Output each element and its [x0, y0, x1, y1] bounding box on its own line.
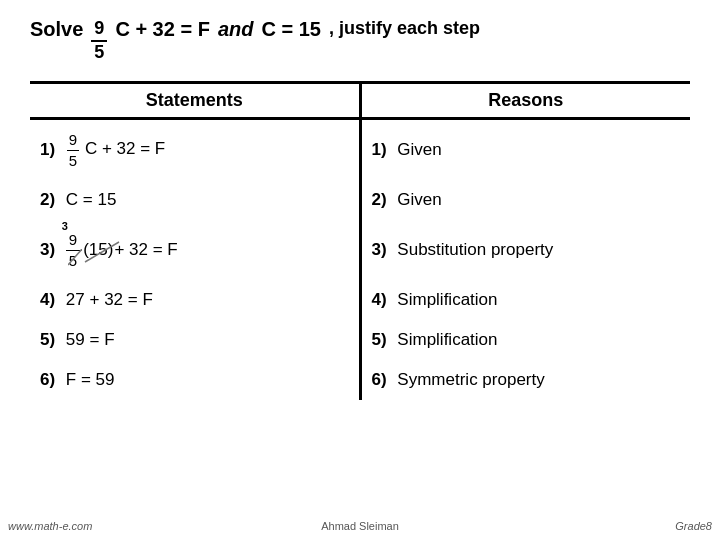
statement-5: 5) 59 = F: [30, 320, 360, 360]
step-num-6: 6): [40, 370, 55, 389]
proof-table: Statements Reasons 1) 9 5 C + 32 = F 1) …: [30, 81, 690, 400]
title-justify-label: , justify each step: [329, 18, 480, 39]
reason-3-text: Substitution property: [397, 240, 553, 259]
reason-5: 5) Simplification: [360, 320, 690, 360]
col2-header: Reasons: [360, 83, 690, 119]
step-num-1: 1): [40, 140, 55, 159]
reason-2: 2) Given: [360, 180, 690, 220]
table-row: 5) 59 = F 5) Simplification: [30, 320, 690, 360]
statement-3: 3) 3 9 5: [30, 220, 360, 280]
step3-expr: 3 9 5: [66, 230, 178, 270]
step-num-3: 3): [40, 240, 55, 259]
reason-num-4: 4): [372, 290, 387, 309]
statement-1-rest: C + 32 = F: [85, 140, 165, 159]
reason-4-text: Simplification: [397, 290, 497, 309]
statement-4: 4) 27 + 32 = F: [30, 280, 360, 320]
title-equation: C + 32 = F: [115, 18, 210, 41]
statement-1: 1) 9 5 C + 32 = F: [30, 119, 360, 181]
title-fraction-den: 5: [91, 42, 107, 64]
statement-4-text: 27 + 32 = F: [66, 290, 153, 309]
watermark-center: Ahmad Sleiman: [321, 520, 399, 532]
statement-2-text: C = 15: [66, 190, 117, 209]
table-row: 1) 9 5 C + 32 = F 1) Given: [30, 119, 690, 181]
statement-6: 6) F = 59: [30, 360, 360, 400]
statement-5-text: 59 = F: [66, 330, 115, 349]
title-c-value: C = 15: [261, 18, 320, 41]
table-row: 2) C = 15 2) Given: [30, 180, 690, 220]
main-container: Solve 9 5 C + 32 = F and C = 15 , justif…: [0, 0, 720, 540]
col1-header: Statements: [30, 83, 360, 119]
table-header-row: Statements Reasons: [30, 83, 690, 119]
reason-1: 1) Given: [360, 119, 690, 181]
reason-num-2: 2): [372, 190, 387, 209]
frac-inline-1: 9 5: [67, 130, 79, 170]
reason-num-5: 5): [372, 330, 387, 349]
reason-6: 6) Symmetric property: [360, 360, 690, 400]
step-num-5: 5): [40, 330, 55, 349]
reason-num-6: 6): [372, 370, 387, 389]
title-solve-label: Solve: [30, 18, 83, 41]
step-num-2: 2): [40, 190, 55, 209]
table-row: 3) 3 9 5: [30, 220, 690, 280]
step-num-4: 4): [40, 290, 55, 309]
watermark-right: Grade8: [675, 520, 712, 532]
title-and-label: and: [218, 18, 254, 41]
reason-6-text: Symmetric property: [397, 370, 544, 389]
reason-1-text: Given: [397, 140, 441, 159]
watermark-left: www.math-e.com: [8, 520, 92, 532]
reason-2-text: Given: [397, 190, 441, 209]
table-row: 6) F = 59 6) Symmetric property: [30, 360, 690, 400]
reason-num-1: 1): [372, 140, 387, 159]
reason-5-text: Simplification: [397, 330, 497, 349]
reason-num-3: 3): [372, 240, 387, 259]
statement-6-text: F = 59: [66, 370, 115, 389]
reason-3: 3) Substitution property: [360, 220, 690, 280]
title-row: Solve 9 5 C + 32 = F and C = 15 , justif…: [30, 18, 690, 63]
statement-2: 2) C = 15: [30, 180, 360, 220]
table-row: 4) 27 + 32 = F 4) Simplification: [30, 280, 690, 320]
title-fraction-num: 9: [91, 18, 107, 42]
reason-4: 4) Simplification: [360, 280, 690, 320]
